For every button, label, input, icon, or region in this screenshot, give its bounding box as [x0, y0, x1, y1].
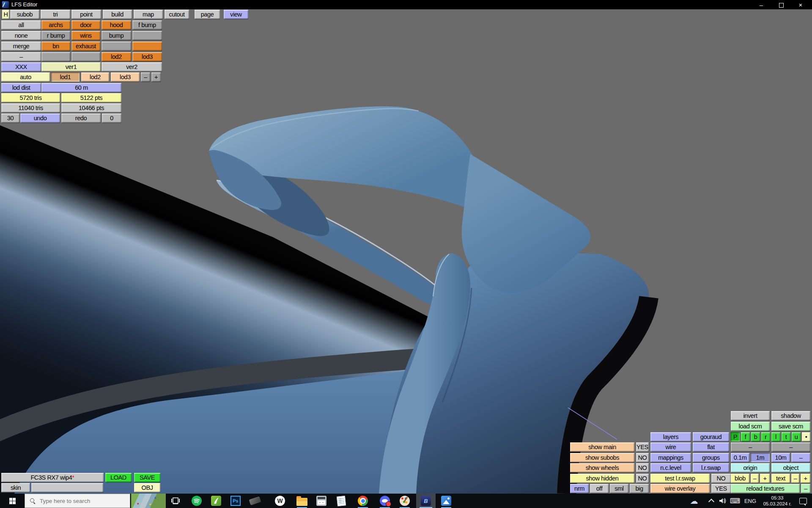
lod1-button[interactable]: lod1 [51, 72, 80, 82]
subob-empty-slot[interactable] [41, 52, 70, 61]
channel-dot-button[interactable]: • [802, 432, 810, 442]
grid-10m-button[interactable]: 10m [771, 453, 790, 462]
channel-f-button[interactable]: f [741, 432, 750, 442]
subob-exhaust-button[interactable]: exhaust [71, 41, 100, 51]
channel-r-button[interactable]: r [761, 432, 770, 442]
onedrive-cloud-icon[interactable]: ☁ [688, 494, 700, 508]
nrm-sml-button[interactable]: sml [610, 484, 628, 493]
lod3-button[interactable]: lod3 [111, 72, 140, 82]
lod-dist-value[interactable]: 60 m [41, 83, 121, 92]
gouraud-button[interactable]: gouraud [693, 432, 729, 442]
subob-lod2-button[interactable]: lod2 [102, 52, 131, 61]
text-button[interactable]: text [771, 474, 790, 483]
subob-bump-button[interactable]: bump [102, 31, 131, 40]
channel-l-button[interactable]: l [771, 432, 780, 442]
channel-u-button[interactable]: u [792, 432, 801, 442]
mode-h-button[interactable]: H [2, 10, 9, 19]
taskbar-item-chrome[interactable] [353, 494, 373, 508]
subob-wins-button[interactable]: wins [71, 31, 100, 40]
grid-01m-button[interactable]: 0.1m [731, 453, 749, 462]
tray-expand-chevron[interactable] [706, 494, 716, 508]
minimize-button[interactable]: – [752, 0, 771, 9]
search-input[interactable] [39, 497, 121, 505]
nrm-button[interactable]: nrm [570, 484, 589, 493]
news-widget-thumbnail[interactable] [131, 494, 166, 508]
clock[interactable]: 05:33 05.03.2024 г. [760, 494, 795, 508]
version-ver1-button[interactable]: ver1 [41, 62, 101, 72]
taskbar-item-wattpad[interactable]: W [270, 494, 290, 508]
subob-merge-button[interactable]: merge [1, 41, 41, 51]
taskbar-item-calculator[interactable] [312, 494, 331, 508]
blob-plus-button[interactable]: + [760, 474, 770, 483]
lrswap-button[interactable]: l.r.swap [693, 463, 729, 472]
mode-tri-button[interactable]: tri [41, 10, 70, 19]
mode-build-button[interactable]: build [103, 10, 132, 19]
subob-all-button[interactable]: all [1, 20, 41, 30]
mode-page-button[interactable]: page [195, 10, 220, 19]
dash-button[interactable]: – [771, 442, 810, 452]
skin-name-slot[interactable] [31, 483, 103, 492]
redo-button[interactable]: redo [61, 113, 101, 123]
mode-map-button[interactable]: map [134, 10, 163, 19]
model-name-field[interactable]: FC3S RX7 wip4* [1, 473, 104, 482]
mode-subob-button[interactable]: subob [10, 10, 39, 19]
taskbar-item-notepad[interactable] [332, 494, 351, 508]
shadow-button[interactable]: shadow [771, 411, 810, 420]
taskbar-item-paint[interactable] [395, 494, 414, 508]
subob-bn-button[interactable]: bn [41, 41, 70, 51]
object-button[interactable]: object [771, 463, 810, 472]
layers-button[interactable]: layers [650, 432, 691, 442]
nrm-off-button[interactable]: off [590, 484, 609, 493]
reload-minus-button[interactable]: – [801, 484, 810, 493]
version-ver2-button[interactable]: ver2 [102, 62, 162, 72]
text-minus-button[interactable]: – [791, 474, 799, 483]
show-wheels-toggle[interactable]: NO [636, 463, 649, 472]
nclevel-button[interactable]: n.c.level [650, 463, 691, 472]
origin-button[interactable]: origin [731, 463, 770, 472]
subob-lod3-button[interactable]: lod3 [132, 52, 162, 61]
taskbar-item-spotify[interactable] [187, 494, 206, 508]
reload-textures-button[interactable]: reload textures [731, 484, 800, 493]
test-lrswap-button[interactable]: test l.r.swap [650, 474, 710, 483]
channel-p-button[interactable]: P [731, 432, 740, 442]
taskbar-search[interactable] [25, 494, 130, 508]
wire-button[interactable]: wire [650, 442, 691, 452]
groups-button[interactable]: groups [693, 453, 729, 462]
action-center-button[interactable] [797, 494, 809, 508]
subob-dash-button[interactable]: – [1, 52, 41, 61]
language-indicator[interactable]: ENG [742, 494, 759, 508]
show-subobs-button[interactable]: show subobs [570, 453, 634, 462]
show-hidden-button[interactable]: show hidden [570, 474, 634, 483]
blob-minus-button[interactable]: – [751, 474, 759, 483]
grid-dash-button[interactable]: – [791, 453, 810, 462]
show-wheels-button[interactable]: show wheels [570, 463, 634, 472]
show-subobs-toggle[interactable]: NO [636, 453, 649, 462]
task-view-button[interactable] [166, 494, 185, 508]
show-main-button[interactable]: show main [570, 442, 634, 452]
subob-empty-slot[interactable] [132, 41, 162, 51]
mode-point-button[interactable]: point [71, 10, 101, 19]
taskbar-item-coreldraw[interactable] [206, 494, 226, 508]
close-button[interactable]: × [791, 0, 810, 9]
subob-empty-slot[interactable] [102, 41, 131, 51]
subob-door-button[interactable]: door [71, 20, 100, 30]
wire-overlay-button[interactable]: wire overlay [650, 484, 710, 493]
grid-1m-button[interactable]: 1m [751, 453, 770, 462]
dash-button[interactable]: – [731, 442, 770, 452]
touch-keyboard-icon[interactable]: ⌨ [729, 494, 741, 508]
mode-cutout-button[interactable]: cutout [165, 10, 189, 19]
lod2-button[interactable]: lod2 [81, 72, 109, 82]
load-button[interactable]: LOAD [105, 473, 132, 482]
show-main-toggle[interactable]: YES [636, 442, 649, 452]
show-hidden-toggle[interactable]: NO [636, 474, 649, 483]
lod-plus-button[interactable]: + [151, 72, 161, 82]
undo-button[interactable]: undo [20, 113, 60, 123]
test-lrswap-toggle[interactable]: NO [711, 474, 731, 483]
taskbar-item-file-explorer[interactable] [292, 494, 312, 508]
channel-t-button[interactable]: t [782, 432, 790, 442]
restore-button[interactable] [772, 0, 790, 9]
version-xxx-button[interactable]: XXX [1, 62, 41, 72]
subob-archs-button[interactable]: archs [41, 20, 70, 30]
subob-fbump-button[interactable]: f bump [132, 20, 162, 30]
lod-auto-button[interactable]: auto [1, 72, 50, 82]
